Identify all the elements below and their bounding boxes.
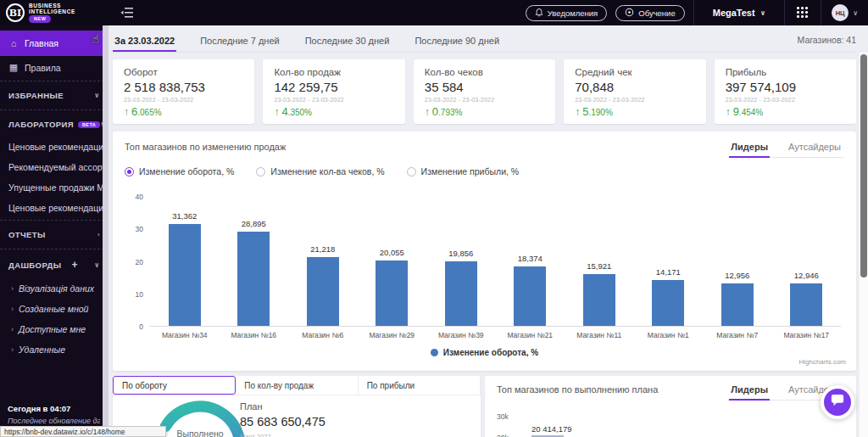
sidebar-item-home[interactable]: ⌂ Главная (0, 31, 108, 56)
sidebar-divider (0, 220, 108, 221)
status-url-tooltip: https://bnb-dev.datawiz.io/c/148/home (0, 426, 166, 437)
rules-grid-icon: ▦ (8, 62, 19, 73)
x-category-label: Магазин №39 (426, 331, 496, 339)
bar[interactable] (790, 283, 822, 326)
main-scrollbar-track[interactable] (860, 53, 868, 437)
kpi-label: Кол-во чеков (425, 67, 544, 77)
kpi-label: Оборот (124, 67, 243, 77)
sidebar-footer: Сегодня в 04:07 Последнее обновление дан… (8, 404, 100, 425)
sidebar-item-recommended-assortment[interactable]: Рекомендуемый ассортим... (0, 157, 108, 177)
bar[interactable] (721, 283, 754, 326)
kpi-card-2: Кол-во чеков35 58423-03-2022 - 23-03-202… (414, 59, 555, 124)
x-axis-labels: Магазин №34Магазин №16Магазин №6Магазин … (150, 331, 841, 339)
apps-grid-button[interactable] (785, 7, 821, 19)
add-dashboard-icon[interactable]: + (72, 259, 78, 271)
sidebar-item-label: Правила (25, 63, 61, 73)
bar[interactable] (169, 224, 201, 326)
bar-value-label: 18,374 (518, 254, 542, 263)
kpi-change: ↑5.190% (575, 105, 694, 118)
highcharts-watermark[interactable]: Highcharts.com (798, 358, 846, 366)
period-tab-3[interactable]: Последние 90 дней (413, 31, 501, 52)
bar[interactable] (237, 232, 270, 326)
bar[interactable] (376, 261, 408, 326)
x-category-label: Магазин №21 (496, 331, 565, 339)
kpi-change-frac: .454% (739, 108, 763, 117)
kpi-card-1: Кол-во продаж142 259,7523-03-2022 - 23-0… (263, 59, 404, 124)
bar[interactable] (307, 257, 339, 326)
chevron-down-icon: ∨ (94, 92, 100, 99)
bar-value-label: 28,895 (242, 219, 266, 228)
kpi-period: 23-03-2022 - 23-03-2022 (425, 97, 544, 103)
sidebar-item-rules[interactable]: ▦ Правила (0, 56, 108, 79)
bar[interactable] (583, 274, 615, 326)
training-label: Обучение (638, 8, 675, 18)
tab-лидеры[interactable]: Лидеры (729, 384, 770, 401)
kpi-value: 35 584 (425, 80, 544, 94)
sidebar-item-created-by-me[interactable]: › Созданные мной (0, 299, 108, 319)
app-logo[interactable]: BI BUSINESS INTELLIGENCE NEW (0, 0, 108, 25)
sidebar-section-laboratory[interactable]: ЛАБОРАТОРИЯ BETA ∨ (0, 112, 108, 137)
period-tab-1[interactable]: Последние 7 дней (198, 31, 281, 52)
stores-count: Магазинов: 41 (798, 35, 856, 52)
sidebar-item-price-recommendations[interactable]: Ценовые рекомендации (0, 137, 108, 157)
kpi-value: 70,848 (575, 80, 694, 94)
kpi-value: 397 574,109 (726, 80, 845, 94)
plan-tab-2[interactable]: По прибыли (359, 376, 481, 395)
sidebar-item-lost-sales-ml[interactable]: Упущенные продажи ML (0, 177, 108, 198)
main-scrollbar-thumb[interactable] (860, 54, 867, 277)
workspace-dropdown[interactable]: MegaTest ∨ (694, 8, 784, 18)
metric-radio-2[interactable]: Изменение прибыли, % (407, 166, 520, 176)
kpi-card-3: Средний чек70,84823-03-2022 - 23-03-2022… (564, 59, 705, 124)
dash-item-label: Удаленные (19, 345, 65, 355)
training-button[interactable]: Обучение (615, 5, 684, 21)
plan-tab-0[interactable]: По обороту (113, 376, 236, 395)
bar-value-label: 12,956 (725, 271, 749, 280)
header-actions: Уведомления Обучение MegaTest ∨ (526, 0, 868, 25)
user-menu[interactable]: НЦ ∨ (821, 4, 868, 21)
kpi-period: 23-03-2022 - 23-03-2022 (726, 97, 845, 103)
bar-column-6: 15,921 (565, 197, 634, 326)
sidebar-item-available-to-me[interactable]: › Доступные мне (0, 319, 108, 339)
sidebar-scrollbar[interactable] (103, 25, 108, 437)
period-tab-2[interactable]: Последние 30 дней (303, 31, 392, 52)
period-tab-0[interactable]: За 23.03.2022 (113, 31, 176, 52)
bar[interactable] (445, 261, 477, 326)
sidebar-item-deleted[interactable]: › Удаленные (0, 339, 108, 360)
menu-fold-icon[interactable] (120, 7, 134, 19)
sidebar-item-label: Главная (25, 38, 58, 48)
arrow-up-icon: ↑ (274, 106, 279, 118)
logo-line1: BUSINESS (29, 3, 75, 8)
metric-radio-0[interactable]: Изменение оборота, % (125, 166, 234, 176)
legend-label: Изменение оборота, % (443, 348, 538, 357)
bar[interactable] (514, 266, 546, 326)
section-label: ИЗБРАННЫЕ (8, 91, 64, 100)
dash-item-label: Візуалізація даних (19, 283, 94, 294)
workspace-name: MegaTest (713, 8, 755, 18)
tab-лидеры[interactable]: Лидеры (729, 142, 770, 158)
metric-radio-1[interactable]: Изменение кол-ва чеков, % (256, 166, 384, 176)
notifications-button[interactable]: Уведомления (526, 5, 607, 21)
bar-column-0: 31,362 (150, 197, 220, 326)
home-icon: ⌂ (8, 38, 19, 48)
plan-tab-1[interactable]: По кол-ву продаж (236, 376, 358, 395)
bar[interactable] (652, 280, 684, 326)
sidebar-section-reports[interactable]: ОТЧЕТЫ › (0, 222, 108, 247)
bar-value-label: 31,362 (172, 211, 197, 221)
chat-widget-button[interactable] (821, 385, 854, 419)
legend-marker-icon (431, 349, 438, 356)
kpi-change-frac: .793% (438, 108, 462, 117)
chart-legend[interactable]: Изменение оборота, % (113, 348, 856, 357)
sidebar-item-price-recommendations-ml[interactable]: Ценовые рекомендации ML (0, 198, 108, 218)
chevron-right-icon: › (97, 231, 100, 238)
sidebar-item-visualization[interactable]: › Візуалізація даних (0, 278, 108, 299)
x-category-label: Магазин №29 (358, 331, 427, 339)
bar-value-label: 20 414,179 (531, 424, 572, 434)
tab-аутсайдеры[interactable]: Аутсайдеры (787, 142, 843, 157)
chat-bubble-icon (830, 394, 845, 411)
chart-title: Топ магазинов по выполнению плана (497, 384, 658, 395)
sidebar-section-favorites[interactable]: ИЗБРАННЫЕ ∨ (0, 83, 108, 108)
plan-value: 85 683 650,475 (240, 415, 326, 429)
kpi-period: 23-03-2022 - 23-03-2022 (124, 97, 243, 103)
radio-label: Изменение прибыли, % (421, 166, 520, 176)
sidebar-section-dashboards[interactable]: ДАШБОРДЫ + ∨ (0, 251, 108, 278)
